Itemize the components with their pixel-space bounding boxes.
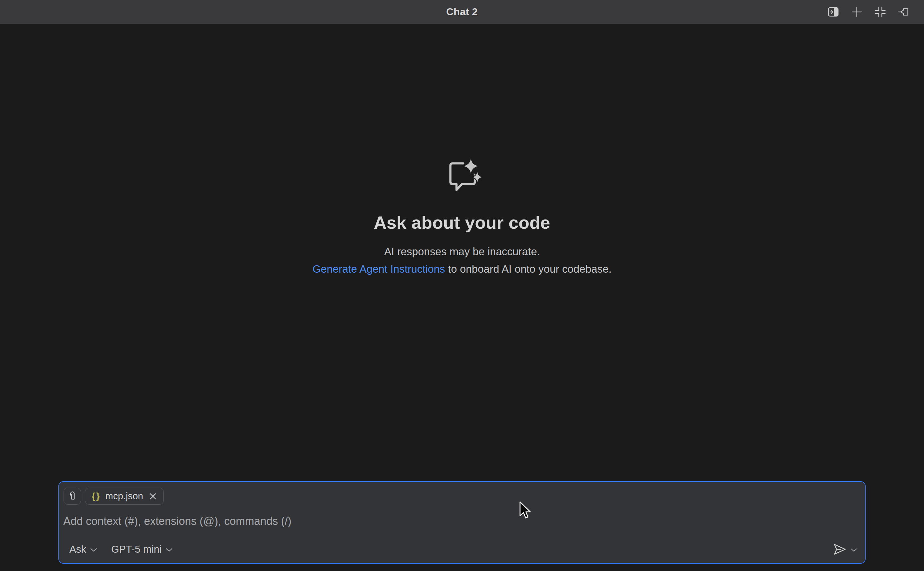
pin-icon [897,5,910,19]
empty-state-link-line: Generate Agent Instructions to onboard A… [313,262,612,276]
chat-sparkle-icon [448,157,484,192]
send-button[interactable] [832,542,847,557]
context-chips-row: {} mcp.json [63,488,164,505]
json-file-icon: {} [92,492,101,501]
send-options-button[interactable] [851,548,857,552]
composer-bottom-bar: Ask GPT-5 mini [63,542,858,557]
attach-file-button[interactable] [63,488,81,505]
context-chip-filename: mcp.json [105,491,143,502]
move-to-sidebar-button[interactable] [826,5,840,19]
close-icon [149,492,157,500]
model-selector[interactable]: GPT-5 mini [111,543,173,555]
model-selector-value: GPT-5 mini [111,543,162,555]
toolbar-actions [826,0,910,24]
empty-state-link-suffix: to onboard AI onto your codebase. [445,263,612,275]
chevron-down-icon [851,548,857,552]
empty-state: Ask about your code AI responses may be … [0,157,924,276]
plus-icon [850,5,864,19]
composer-input[interactable]: Add context (#), extensions (@), command… [63,514,291,528]
mode-selector-value: Ask [70,543,86,555]
remove-context-button[interactable] [149,492,157,500]
new-chat-button[interactable] [850,5,864,19]
pin-button[interactable] [897,5,910,19]
chat-toolbar: Chat 2 [0,0,924,24]
collapse-button[interactable] [874,5,887,19]
send-controls [832,542,858,557]
move-to-sidebar-icon [826,5,840,19]
context-chip-mcp-json[interactable]: {} mcp.json [85,488,164,505]
chevron-down-icon [90,548,97,552]
empty-state-heading: Ask about your code [374,213,550,232]
generate-agent-instructions-link[interactable]: Generate Agent Instructions [313,263,445,275]
chevron-down-icon [166,548,173,552]
mode-selector[interactable]: Ask [63,543,97,555]
chat-composer: {} mcp.json Add context (#), extensions … [58,481,866,564]
collapse-icon [874,5,887,19]
chat-tab-title: Chat 2 [446,6,478,18]
empty-state-subtitle: AI responses may be inaccurate. [384,245,540,258]
send-plane-icon [832,543,847,556]
paperclip-icon [68,491,77,502]
